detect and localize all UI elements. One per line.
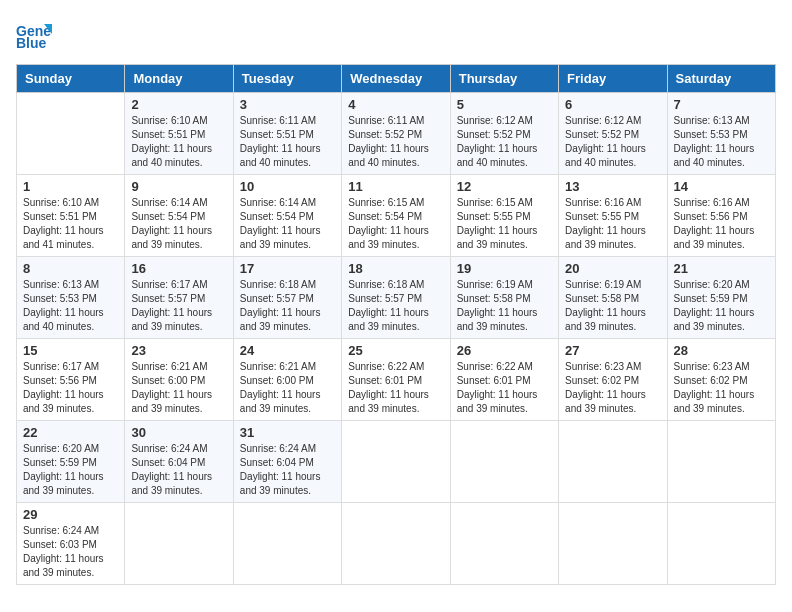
day-number: 7 (674, 97, 769, 112)
calendar-cell: 12Sunrise: 6:15 AM Sunset: 5:55 PM Dayli… (450, 175, 558, 257)
day-number: 20 (565, 261, 660, 276)
day-number: 3 (240, 97, 335, 112)
day-number: 14 (674, 179, 769, 194)
calendar-cell: 13Sunrise: 6:16 AM Sunset: 5:55 PM Dayli… (559, 175, 667, 257)
day-info: Sunrise: 6:17 AM Sunset: 5:56 PM Dayligh… (23, 360, 118, 416)
calendar-cell: 24Sunrise: 6:21 AM Sunset: 6:00 PM Dayli… (233, 339, 341, 421)
day-info: Sunrise: 6:15 AM Sunset: 5:55 PM Dayligh… (457, 196, 552, 252)
calendar-cell: 21Sunrise: 6:20 AM Sunset: 5:59 PM Dayli… (667, 257, 775, 339)
calendar-cell: 9Sunrise: 6:14 AM Sunset: 5:54 PM Daylig… (125, 175, 233, 257)
day-info: Sunrise: 6:11 AM Sunset: 5:51 PM Dayligh… (240, 114, 335, 170)
day-number: 16 (131, 261, 226, 276)
day-info: Sunrise: 6:22 AM Sunset: 6:01 PM Dayligh… (457, 360, 552, 416)
day-number: 11 (348, 179, 443, 194)
day-info: Sunrise: 6:20 AM Sunset: 5:59 PM Dayligh… (23, 442, 118, 498)
calendar-cell (233, 503, 341, 585)
svg-text:Blue: Blue (16, 35, 47, 51)
calendar-cell (450, 503, 558, 585)
calendar-cell: 14Sunrise: 6:16 AM Sunset: 5:56 PM Dayli… (667, 175, 775, 257)
calendar-cell: 20Sunrise: 6:19 AM Sunset: 5:58 PM Dayli… (559, 257, 667, 339)
calendar-cell: 27Sunrise: 6:23 AM Sunset: 6:02 PM Dayli… (559, 339, 667, 421)
day-number: 17 (240, 261, 335, 276)
day-info: Sunrise: 6:23 AM Sunset: 6:02 PM Dayligh… (565, 360, 660, 416)
day-info: Sunrise: 6:19 AM Sunset: 5:58 PM Dayligh… (565, 278, 660, 334)
day-info: Sunrise: 6:18 AM Sunset: 5:57 PM Dayligh… (348, 278, 443, 334)
header-saturday: Saturday (667, 65, 775, 93)
day-number: 25 (348, 343, 443, 358)
day-info: Sunrise: 6:12 AM Sunset: 5:52 PM Dayligh… (457, 114, 552, 170)
calendar-cell: 30Sunrise: 6:24 AM Sunset: 6:04 PM Dayli… (125, 421, 233, 503)
calendar-cell (559, 503, 667, 585)
calendar-cell (342, 421, 450, 503)
header-monday: Monday (125, 65, 233, 93)
logo-icon: General Blue (16, 16, 52, 52)
day-info: Sunrise: 6:10 AM Sunset: 5:51 PM Dayligh… (23, 196, 118, 252)
day-number: 1 (23, 179, 118, 194)
day-number: 28 (674, 343, 769, 358)
calendar-cell (125, 503, 233, 585)
calendar-cell: 8Sunrise: 6:13 AM Sunset: 5:53 PM Daylig… (17, 257, 125, 339)
header-friday: Friday (559, 65, 667, 93)
calendar-cell: 10Sunrise: 6:14 AM Sunset: 5:54 PM Dayli… (233, 175, 341, 257)
calendar-cell (342, 503, 450, 585)
calendar-week-0: 2Sunrise: 6:10 AM Sunset: 5:51 PM Daylig… (17, 93, 776, 175)
day-info: Sunrise: 6:13 AM Sunset: 5:53 PM Dayligh… (23, 278, 118, 334)
day-number: 10 (240, 179, 335, 194)
day-number: 23 (131, 343, 226, 358)
day-number: 9 (131, 179, 226, 194)
calendar-cell: 26Sunrise: 6:22 AM Sunset: 6:01 PM Dayli… (450, 339, 558, 421)
calendar-week-1: 1Sunrise: 6:10 AM Sunset: 5:51 PM Daylig… (17, 175, 776, 257)
calendar-cell: 6Sunrise: 6:12 AM Sunset: 5:52 PM Daylig… (559, 93, 667, 175)
day-info: Sunrise: 6:12 AM Sunset: 5:52 PM Dayligh… (565, 114, 660, 170)
calendar-cell (667, 421, 775, 503)
calendar-cell (559, 421, 667, 503)
day-number: 5 (457, 97, 552, 112)
day-number: 15 (23, 343, 118, 358)
day-info: Sunrise: 6:17 AM Sunset: 5:57 PM Dayligh… (131, 278, 226, 334)
calendar-cell: 18Sunrise: 6:18 AM Sunset: 5:57 PM Dayli… (342, 257, 450, 339)
calendar-cell: 17Sunrise: 6:18 AM Sunset: 5:57 PM Dayli… (233, 257, 341, 339)
day-number: 19 (457, 261, 552, 276)
day-number: 24 (240, 343, 335, 358)
calendar-week-2: 8Sunrise: 6:13 AM Sunset: 5:53 PM Daylig… (17, 257, 776, 339)
calendar-cell: 19Sunrise: 6:19 AM Sunset: 5:58 PM Dayli… (450, 257, 558, 339)
day-number: 6 (565, 97, 660, 112)
day-number: 2 (131, 97, 226, 112)
calendar-cell: 25Sunrise: 6:22 AM Sunset: 6:01 PM Dayli… (342, 339, 450, 421)
header-sunday: Sunday (17, 65, 125, 93)
calendar-week-5: 29Sunrise: 6:24 AM Sunset: 6:03 PM Dayli… (17, 503, 776, 585)
calendar-cell: 23Sunrise: 6:21 AM Sunset: 6:00 PM Dayli… (125, 339, 233, 421)
day-info: Sunrise: 6:13 AM Sunset: 5:53 PM Dayligh… (674, 114, 769, 170)
day-number: 21 (674, 261, 769, 276)
calendar-week-4: 22Sunrise: 6:20 AM Sunset: 5:59 PM Dayli… (17, 421, 776, 503)
day-info: Sunrise: 6:16 AM Sunset: 5:56 PM Dayligh… (674, 196, 769, 252)
day-info: Sunrise: 6:21 AM Sunset: 6:00 PM Dayligh… (131, 360, 226, 416)
day-info: Sunrise: 6:22 AM Sunset: 6:01 PM Dayligh… (348, 360, 443, 416)
day-info: Sunrise: 6:18 AM Sunset: 5:57 PM Dayligh… (240, 278, 335, 334)
calendar-cell: 29Sunrise: 6:24 AM Sunset: 6:03 PM Dayli… (17, 503, 125, 585)
calendar-cell: 16Sunrise: 6:17 AM Sunset: 5:57 PM Dayli… (125, 257, 233, 339)
calendar-table: SundayMondayTuesdayWednesdayThursdayFrid… (16, 64, 776, 585)
calendar-cell (17, 93, 125, 175)
day-number: 29 (23, 507, 118, 522)
calendar-cell: 22Sunrise: 6:20 AM Sunset: 5:59 PM Dayli… (17, 421, 125, 503)
logo: General Blue (16, 16, 56, 52)
day-info: Sunrise: 6:14 AM Sunset: 5:54 PM Dayligh… (240, 196, 335, 252)
day-info: Sunrise: 6:24 AM Sunset: 6:03 PM Dayligh… (23, 524, 118, 580)
calendar-week-3: 15Sunrise: 6:17 AM Sunset: 5:56 PM Dayli… (17, 339, 776, 421)
day-number: 26 (457, 343, 552, 358)
calendar-cell: 31Sunrise: 6:24 AM Sunset: 6:04 PM Dayli… (233, 421, 341, 503)
day-number: 31 (240, 425, 335, 440)
header-wednesday: Wednesday (342, 65, 450, 93)
calendar-cell: 7Sunrise: 6:13 AM Sunset: 5:53 PM Daylig… (667, 93, 775, 175)
day-number: 22 (23, 425, 118, 440)
header-tuesday: Tuesday (233, 65, 341, 93)
day-number: 12 (457, 179, 552, 194)
day-info: Sunrise: 6:23 AM Sunset: 6:02 PM Dayligh… (674, 360, 769, 416)
day-number: 30 (131, 425, 226, 440)
day-info: Sunrise: 6:24 AM Sunset: 6:04 PM Dayligh… (240, 442, 335, 498)
calendar-cell: 15Sunrise: 6:17 AM Sunset: 5:56 PM Dayli… (17, 339, 125, 421)
calendar-cell: 28Sunrise: 6:23 AM Sunset: 6:02 PM Dayli… (667, 339, 775, 421)
day-number: 13 (565, 179, 660, 194)
calendar-cell: 2Sunrise: 6:10 AM Sunset: 5:51 PM Daylig… (125, 93, 233, 175)
